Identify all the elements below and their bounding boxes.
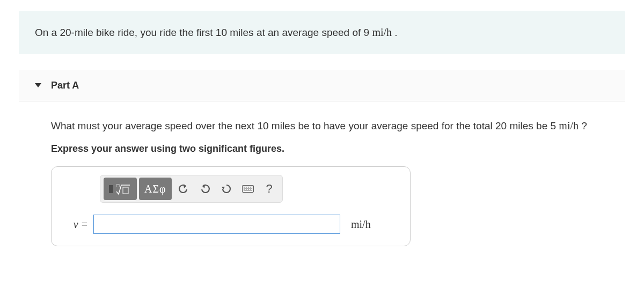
reset-icon [221,183,232,195]
help-label: ? [266,182,273,196]
templates-button[interactable]: □ [104,178,137,200]
answer-row: v = mi/h [61,215,400,234]
equation-toolbar: □ ΑΣφ [100,175,283,203]
greek-label: ΑΣφ [144,183,166,195]
question-text: What must your average speed over the ne… [51,117,604,134]
problem-statement: On a 20-mile bike ride, you ride the fir… [19,11,625,54]
redo-button[interactable] [195,178,215,200]
undo-button[interactable] [174,178,193,200]
redo-icon [199,183,211,195]
question-suffix: ? [579,120,587,131]
svg-text:□: □ [116,183,120,188]
part-body: What must your average speed over the ne… [19,101,625,263]
svg-rect-1 [123,187,128,194]
part-header[interactable]: Part A [19,70,625,101]
problem-unit: mi/h [372,26,392,38]
part-title: Part A [51,80,79,91]
problem-text-suffix: . [392,27,398,38]
question-unit: mi/h [559,120,579,131]
help-button[interactable]: ? [260,178,279,200]
keyboard-button[interactable] [238,178,258,200]
greek-symbols-button[interactable]: ΑΣφ [139,178,172,200]
answer-box: □ ΑΣφ [51,166,411,246]
rect-icon [109,185,113,193]
variable-label: v = [61,218,88,231]
problem-text-prefix: On a 20-mile bike ride, you ride the fir… [35,27,372,38]
undo-icon [178,183,189,195]
part-a-section: Part A What must your average speed over… [19,70,625,263]
root-template-icon: □ [115,182,131,196]
answer-input[interactable] [93,215,340,234]
chevron-down-icon [35,83,41,87]
unit-label: mi/h [351,218,371,231]
question-prefix: What must your average speed over the ne… [51,120,559,131]
keyboard-icon [242,185,254,193]
reset-button[interactable] [217,178,236,200]
answer-instructions: Express your answer using two significan… [51,143,604,155]
